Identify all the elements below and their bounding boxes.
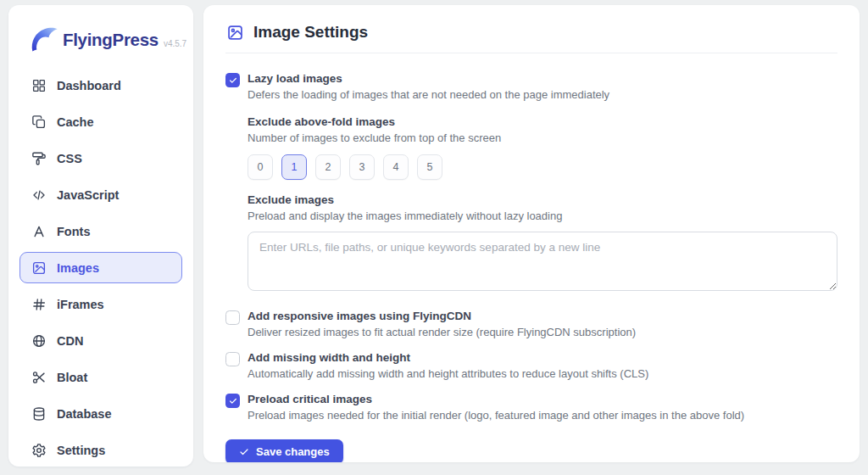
above-fold-count-3[interactable]: 3 <box>349 154 375 180</box>
exclude-above-fold-label: Exclude above-fold images <box>248 115 837 129</box>
sidebar-item-settings[interactable]: Settings <box>19 434 182 466</box>
above-fold-count-4[interactable]: 4 <box>383 154 409 180</box>
setting-missing-dimensions: Add missing width and height Automatical… <box>225 351 837 381</box>
preload-critical-label: Preload critical images <box>248 393 744 406</box>
exclude-images-description: Preload and display the images immediate… <box>248 210 837 223</box>
main-panel: Image Settings Lazy load images Defers t… <box>203 5 860 462</box>
sidebar-item-images[interactable]: Images <box>19 252 182 283</box>
sidebar-item-label: Images <box>57 261 99 275</box>
sidebar-item-label: JavaScript <box>57 188 119 202</box>
lazy-load-label: Lazy load images <box>248 72 609 86</box>
sidebar-item-label: Dashboard <box>57 79 121 92</box>
hash-icon <box>31 297 47 312</box>
sidebar-item-label: Fonts <box>57 225 90 238</box>
above-fold-count-group: 0 1 2 3 4 5 <box>248 154 837 180</box>
gear-icon <box>31 443 47 458</box>
setting-responsive-images: Add responsive images using FlyingCDN De… <box>225 310 837 339</box>
brand-name: FlyingPress <box>63 30 159 50</box>
image-settings-icon <box>226 24 244 42</box>
sidebar-item-label: CSS <box>57 152 82 165</box>
check-icon <box>229 76 237 85</box>
page-title: Image Settings <box>253 23 368 42</box>
sidebar-item-database[interactable]: Database <box>19 398 182 429</box>
preload-critical-description: Preload images needed for the initial re… <box>248 409 744 422</box>
sidebar-item-label: Cache <box>57 115 94 129</box>
responsive-images-description: Deliver resized images to fit actual ren… <box>248 326 636 339</box>
settings-form: Lazy load images Defers the loading of i… <box>225 53 837 462</box>
sidebar-item-bloat[interactable]: Bloat <box>19 361 182 393</box>
missing-dimensions-label: Add missing width and height <box>248 351 648 365</box>
missing-dimensions-description: Automatically add missing width and heig… <box>248 367 648 381</box>
sidebar: FlyingPress v4.5.7 Dashboard Cache CSS J… <box>8 5 193 467</box>
responsive-images-label: Add responsive images using FlyingCDN <box>248 310 636 323</box>
sidebar-item-dashboard[interactable]: Dashboard <box>19 70 182 101</box>
code-icon <box>31 187 47 203</box>
version-label: v4.5.7 <box>164 39 186 48</box>
lazy-load-description: Defers the loading of images that are no… <box>248 88 609 102</box>
sidebar-item-cdn[interactable]: CDN <box>19 325 182 356</box>
sidebar-item-css[interactable]: CSS <box>19 142 182 174</box>
sidebar-item-iframes[interactable]: iFrames <box>19 288 182 320</box>
sidebar-item-javascript[interactable]: JavaScript <box>19 179 182 210</box>
dashboard-grid-icon <box>31 78 47 93</box>
save-changes-button[interactable]: Save changes <box>225 439 343 462</box>
setting-preload-critical: Preload critical images Preload images n… <box>225 393 837 422</box>
sidebar-item-label: CDN <box>57 334 83 348</box>
letter-a-icon <box>31 224 47 239</box>
preload-critical-checkbox[interactable] <box>225 394 240 408</box>
above-fold-count-5[interactable]: 5 <box>417 154 442 180</box>
globe-icon <box>31 333 47 349</box>
above-fold-count-2[interactable]: 2 <box>315 154 341 180</box>
logo-row: FlyingPress v4.5.7 <box>19 24 182 56</box>
check-icon <box>239 447 249 457</box>
scissors-icon <box>31 370 47 385</box>
flyingpress-logo-icon <box>27 24 59 56</box>
image-icon <box>31 260 47 276</box>
copy-pages-icon <box>31 115 47 130</box>
exclude-above-fold-description: Number of images to exclude from top of … <box>248 131 837 145</box>
database-icon <box>31 406 47 422</box>
sidebar-item-label: iFrames <box>57 298 104 311</box>
sidebar-item-label: Bloat <box>57 371 87 384</box>
sidebar-item-fonts[interactable]: Fonts <box>19 215 182 247</box>
missing-dimensions-checkbox[interactable] <box>225 352 240 366</box>
setting-lazy-load: Lazy load images Defers the loading of i… <box>225 72 837 102</box>
lazy-load-checkbox[interactable] <box>225 73 240 87</box>
exclude-images-label: Exclude images <box>248 193 837 207</box>
responsive-images-checkbox[interactable] <box>225 310 240 325</box>
exclude-images-input[interactable] <box>248 232 837 291</box>
save-changes-label: Save changes <box>256 445 330 458</box>
exclude-images-section: Exclude images Preload and display the i… <box>248 193 837 294</box>
exclude-above-fold-section: Exclude above-fold images Number of imag… <box>248 115 837 180</box>
sidebar-item-label: Settings <box>57 444 105 457</box>
above-fold-count-1[interactable]: 1 <box>281 154 307 180</box>
sidebar-item-label: Database <box>57 407 111 421</box>
check-icon <box>229 397 237 405</box>
above-fold-count-0[interactable]: 0 <box>248 154 273 180</box>
sidebar-item-cache[interactable]: Cache <box>19 106 182 137</box>
page-header: Image Settings <box>225 5 837 53</box>
sidebar-nav: Dashboard Cache CSS JavaScript Fonts Ima… <box>19 70 182 466</box>
paint-roller-icon <box>31 151 47 166</box>
